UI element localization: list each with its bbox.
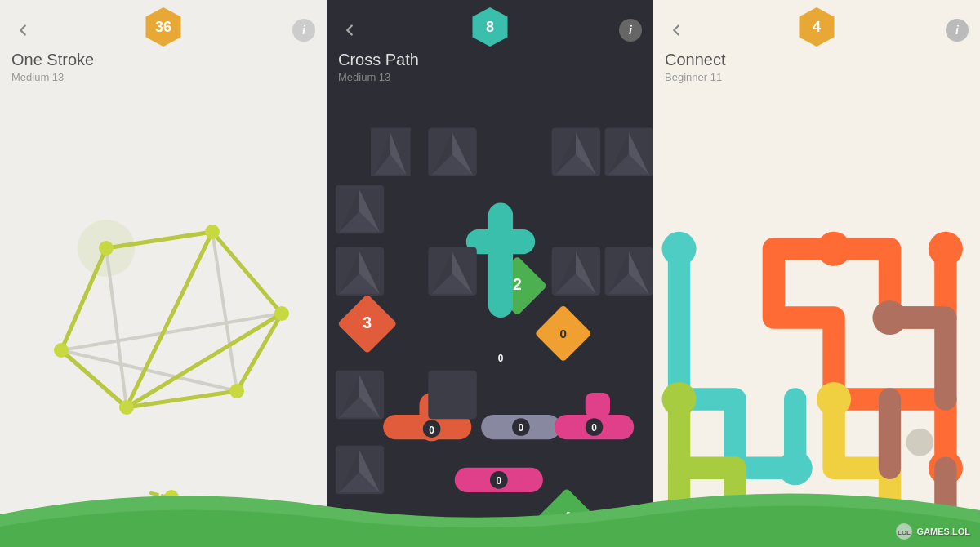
svg-rect-84 <box>428 371 476 419</box>
screen-one-stroke: 36 i One Stroke Medium 13 Next <box>0 0 327 547</box>
svg-text:0: 0 <box>519 422 524 434</box>
svg-text:3: 3 <box>363 314 372 331</box>
tile <box>552 128 600 176</box>
title-row-1: One Stroke Medium 13 Next <box>0 49 327 88</box>
game-title-1: One Stroke <box>11 51 94 69</box>
tile <box>336 371 384 419</box>
svg-text:2: 2 <box>513 275 522 293</box>
level-badge-1: 36 <box>143 7 184 47</box>
tile <box>605 247 653 296</box>
svg-text:0: 0 <box>498 353 504 364</box>
back-button-3[interactable] <box>665 19 688 42</box>
svg-point-102 <box>872 300 906 335</box>
svg-point-16 <box>205 225 220 239</box>
svg-text:LOL: LOL <box>898 529 911 536</box>
orange-diamond: 0 <box>535 305 592 362</box>
level-badge-2: 8 <box>470 7 510 47</box>
info-button-3[interactable]: i <box>946 19 969 42</box>
tile <box>428 247 476 296</box>
numbered-tile-4: 4 <box>537 488 596 547</box>
svg-text:0: 0 <box>560 327 567 340</box>
svg-text:0: 0 <box>591 422 597 434</box>
numbered-tile-3: 3 <box>337 294 397 354</box>
tile <box>336 446 384 494</box>
svg-point-15 <box>99 241 114 256</box>
tile <box>336 247 384 296</box>
game-subtitle-2: Medium 13 <box>338 71 419 83</box>
svg-rect-47 <box>488 202 513 318</box>
cross-path-svg: 2 <box>327 88 653 547</box>
game-subtitle-1: Medium 13 <box>11 71 94 83</box>
level-number-2: 8 <box>486 19 494 36</box>
svg-point-97 <box>929 232 963 266</box>
games-lol-icon: LOL <box>895 523 913 540</box>
pink-pill: 0 <box>455 468 543 492</box>
level-badge-3: 4 <box>796 7 837 47</box>
svg-point-17 <box>274 306 289 321</box>
game-area-one-stroke <box>0 88 327 547</box>
watermark-text: GAMES.LOL <box>917 527 970 536</box>
screen-connect: 4 i Connect Beginner 11 Next <box>653 0 980 547</box>
back-button-2[interactable] <box>338 19 361 42</box>
connect-svg <box>653 88 980 547</box>
back-button-1[interactable] <box>11 19 34 42</box>
gray-bar: 0 <box>481 415 560 439</box>
one-stroke-svg <box>0 88 327 547</box>
title-row-3: Connect Beginner 11 Next <box>653 49 980 88</box>
svg-point-18 <box>229 384 244 398</box>
svg-point-100 <box>662 382 697 416</box>
screen-cross-path: 8 i Cross Path Medium 13 Next <box>327 0 653 547</box>
info-button-1[interactable]: i <box>292 19 315 42</box>
svg-point-95 <box>662 232 697 266</box>
svg-point-103 <box>906 429 933 456</box>
game-subtitle-3: Beginner 11 <box>665 71 726 83</box>
tile <box>428 371 476 419</box>
game-title-3: Connect <box>665 51 726 69</box>
svg-point-21 <box>164 490 179 505</box>
level-number-1: 36 <box>155 19 172 36</box>
svg-text:0: 0 <box>497 475 502 487</box>
header-connect: 4 i <box>653 0 980 49</box>
tile <box>371 128 411 176</box>
game-area-cross-path: 2 <box>327 88 653 547</box>
tile <box>605 128 653 176</box>
tile <box>336 185 384 233</box>
tile <box>428 128 476 176</box>
tile <box>552 247 600 296</box>
svg-rect-77 <box>586 393 610 417</box>
level-number-3: 4 <box>813 19 821 36</box>
svg-point-19 <box>119 400 134 415</box>
pink-tbar: 0 <box>555 393 634 439</box>
title-row-2: Cross Path Medium 13 Next <box>327 49 653 88</box>
watermark: LOL GAMES.LOL <box>895 523 970 540</box>
game-title-2: Cross Path <box>338 51 419 69</box>
svg-point-20 <box>54 343 69 358</box>
svg-point-101 <box>817 382 851 416</box>
header-cross-path: 8 i <box>327 0 653 49</box>
svg-text:0: 0 <box>429 425 434 436</box>
svg-text:4: 4 <box>563 509 572 527</box>
game-area-connect <box>653 88 980 547</box>
header-one-stroke: 36 i <box>0 0 327 49</box>
info-button-2[interactable]: i <box>619 19 642 42</box>
